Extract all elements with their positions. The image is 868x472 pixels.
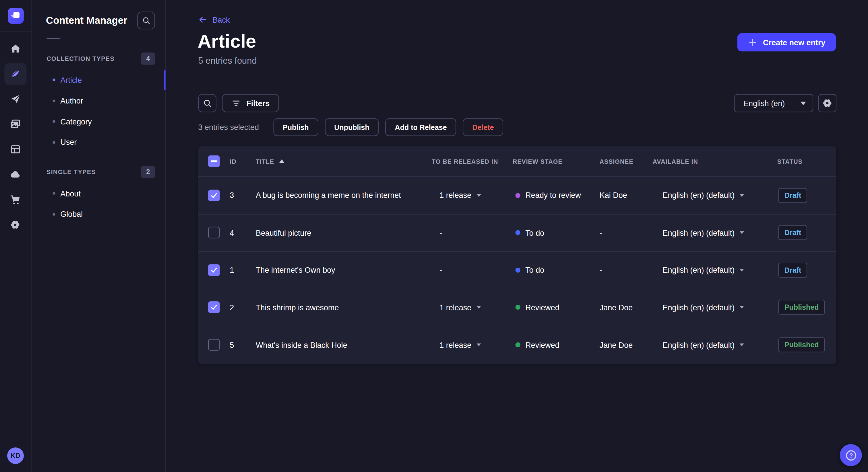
nav-item-feather[interactable] bbox=[4, 63, 26, 85]
strapi-logo[interactable] bbox=[8, 8, 24, 24]
cell-release[interactable]: 1 release bbox=[432, 191, 513, 200]
cell-available-in[interactable]: English (en) (default) bbox=[653, 341, 777, 349]
back-label: Back bbox=[213, 15, 230, 24]
avatar[interactable]: KD bbox=[7, 447, 24, 464]
rail-divider bbox=[0, 441, 31, 441]
back-link[interactable]: Back bbox=[198, 15, 229, 24]
arrow-left-icon bbox=[198, 15, 208, 24]
sidebar-item-category[interactable]: Category bbox=[32, 111, 165, 132]
sidebar-title: Content Manager bbox=[46, 14, 127, 27]
sidebar-section: SINGLE TYPES2AboutGlobal bbox=[32, 166, 165, 225]
nav-item-cloud[interactable] bbox=[4, 164, 26, 186]
publish-button[interactable]: Publish bbox=[273, 119, 318, 136]
row-checkbox[interactable] bbox=[208, 302, 220, 313]
cell-assignee: - bbox=[600, 266, 653, 274]
bullet-icon bbox=[53, 141, 55, 144]
table-row[interactable]: 3A bug is becoming a meme on the interne… bbox=[198, 177, 836, 214]
column-header-release: TO BE RELEASED IN bbox=[432, 158, 513, 165]
locale-select[interactable]: English (en) bbox=[734, 94, 813, 112]
sidebar-item-about[interactable]: About bbox=[32, 183, 165, 204]
cell-id: 5 bbox=[228, 341, 256, 349]
status-badge: Draft bbox=[778, 263, 807, 278]
sidebar-divider bbox=[46, 38, 60, 39]
sidebar-item-user[interactable]: User bbox=[32, 132, 165, 153]
indeterminate-dash-icon bbox=[211, 161, 217, 162]
column-header-id: ID bbox=[228, 158, 256, 165]
nav-item-layout[interactable] bbox=[4, 138, 26, 160]
cell-title: A bug is becoming a meme on the internet bbox=[256, 191, 432, 200]
stage-dot-icon bbox=[515, 193, 520, 198]
nav-item-paper-plane[interactable] bbox=[4, 88, 26, 110]
nav-item-gear[interactable] bbox=[4, 214, 26, 236]
sidebar-item-label: Author bbox=[60, 96, 83, 105]
strapi-logo-icon bbox=[8, 8, 24, 24]
table-search-button[interactable] bbox=[198, 94, 216, 112]
create-new-entry-button[interactable]: Create new entry bbox=[737, 33, 836, 52]
sidebar-search-button[interactable] bbox=[137, 11, 155, 29]
cell-available-in[interactable]: English (en) (default) bbox=[653, 191, 777, 200]
add-to-release-button[interactable]: Add to Release bbox=[385, 119, 456, 136]
delete-button[interactable]: Delete bbox=[463, 119, 503, 136]
cell-available-in[interactable]: English (en) (default) bbox=[653, 228, 777, 237]
row-checkbox[interactable] bbox=[208, 339, 220, 351]
bullet-icon bbox=[53, 120, 55, 123]
filters-button[interactable]: Filters bbox=[222, 94, 279, 112]
nav-item-home[interactable] bbox=[4, 38, 26, 60]
cell-id: 1 bbox=[228, 266, 256, 274]
rail-divider bbox=[0, 31, 31, 32]
column-header-assignee: ASSIGNEE bbox=[600, 158, 653, 165]
table-row[interactable]: 4Beautiful picture-To do-English (en) (d… bbox=[198, 214, 836, 251]
column-header-status: STATUS bbox=[777, 158, 836, 165]
sidebar-section: COLLECTION TYPES4ArticleAuthorCategoryUs… bbox=[32, 53, 165, 153]
row-checkbox[interactable] bbox=[208, 227, 220, 239]
column-header-title[interactable]: TITLE bbox=[256, 158, 432, 165]
nav-item-cart[interactable] bbox=[4, 189, 26, 211]
search-icon bbox=[142, 16, 151, 25]
cell-release[interactable]: 1 release bbox=[432, 303, 513, 312]
section-label: SINGLE TYPES bbox=[46, 169, 96, 175]
sidebar-item-label: About bbox=[60, 189, 81, 198]
help-button[interactable]: ? bbox=[840, 444, 862, 466]
gear-icon bbox=[822, 97, 833, 109]
cell-title: Beautiful picture bbox=[256, 228, 432, 237]
table-row[interactable]: 2This shrimp is awesome1 releaseReviewed… bbox=[198, 289, 836, 326]
status-badge: Published bbox=[778, 338, 825, 352]
sidebar-item-label: User bbox=[60, 138, 76, 147]
unpublish-button[interactable]: Unpublish bbox=[324, 119, 379, 136]
cell-release[interactable]: 1 release bbox=[432, 341, 513, 349]
cell-assignee: Kai Doe bbox=[600, 191, 653, 200]
stage-dot-icon bbox=[515, 305, 520, 310]
sidebar-item-article[interactable]: Article bbox=[32, 70, 165, 90]
table-row[interactable]: 5What's inside a Black Hole1 releaseRevi… bbox=[198, 326, 836, 364]
bullet-icon bbox=[53, 192, 55, 195]
sidebar-item-author[interactable]: Author bbox=[32, 90, 165, 111]
main-content: Back Article 5 entries found Create new … bbox=[166, 0, 868, 472]
select-all-checkbox[interactable] bbox=[208, 156, 220, 167]
chevron-down-icon bbox=[739, 231, 744, 234]
stage-dot-icon bbox=[515, 342, 520, 347]
nav-item-media-gallery[interactable] bbox=[4, 113, 26, 135]
sidebar: Content Manager COLLECTION TYPES4Article… bbox=[32, 0, 166, 472]
cell-release: - bbox=[432, 266, 513, 274]
cell-available-in[interactable]: English (en) (default) bbox=[653, 266, 777, 274]
main-nav-rail: KD bbox=[0, 0, 32, 472]
sidebar-item-label: Article bbox=[60, 76, 82, 85]
cell-available-in[interactable]: English (en) (default) bbox=[653, 303, 777, 312]
cell-title: The internet's Own boy bbox=[256, 266, 432, 274]
stage-dot-icon bbox=[515, 230, 520, 235]
chevron-down-icon bbox=[739, 194, 744, 197]
cell-id: 4 bbox=[228, 228, 256, 237]
plus-icon bbox=[748, 38, 757, 47]
view-settings-button[interactable] bbox=[818, 94, 836, 112]
bullet-icon bbox=[53, 78, 55, 81]
cell-title: This shrimp is awesome bbox=[256, 303, 432, 312]
row-checkbox[interactable] bbox=[208, 264, 220, 276]
table-row[interactable]: 1The internet's Own boy-To do-English (e… bbox=[198, 251, 836, 289]
sidebar-item-global[interactable]: Global bbox=[32, 204, 165, 225]
status-badge: Draft bbox=[778, 188, 807, 203]
chevron-down-icon bbox=[476, 306, 481, 309]
chevron-down-icon bbox=[739, 306, 744, 309]
selection-summary: 3 entries selected bbox=[198, 123, 259, 132]
row-checkbox[interactable] bbox=[208, 190, 220, 201]
paper-plane-icon bbox=[10, 94, 21, 105]
